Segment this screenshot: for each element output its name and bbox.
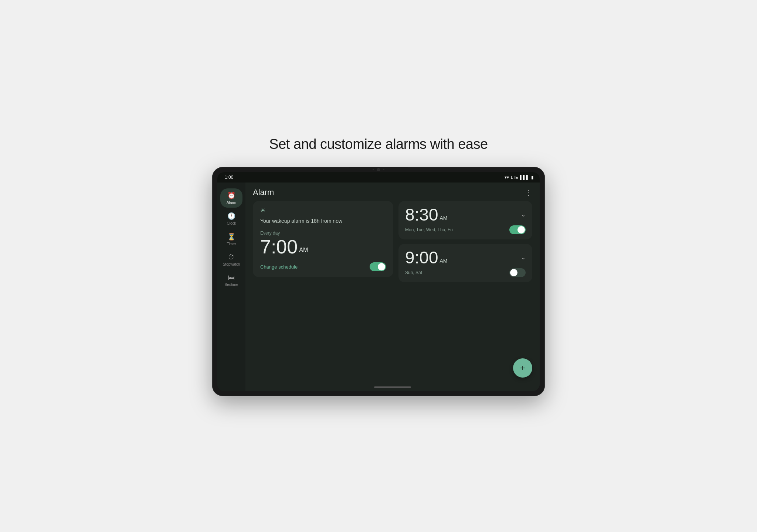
bedtime-nav-label: Bedtime (225, 283, 238, 287)
alarm-2-time-row: 9:00 AM (405, 249, 448, 266)
fab-plus-icon: + (520, 364, 525, 372)
tablet-screen: 1:00 ▾▾ LTE ▌▌▌ ▮ ⏰ Alarm 🕐 Clock (217, 172, 540, 391)
alarm-nav-icon: ⏰ (227, 191, 235, 200)
alarm-2-hour: 9:00 (405, 249, 438, 266)
stopwatch-nav-label: Stopwatch (223, 262, 240, 266)
clock-nav-label: Clock (227, 221, 236, 225)
camera-dot-2 (383, 169, 384, 170)
app-header: Alarm ⋮ (245, 183, 540, 201)
tablet-shell: 1:00 ▾▾ LTE ▌▌▌ ▮ ⏰ Alarm 🕐 Clock (212, 167, 545, 396)
alarm-1-suffix: AM (440, 215, 448, 221)
status-icons: ▾▾ LTE ▌▌▌ ▮ (505, 175, 534, 180)
sidebar-item-stopwatch[interactable]: ⏱ Stopwatch (220, 250, 242, 269)
alarm-1-time-row: 8:30 AM (405, 206, 448, 223)
alarm-1-hour: 8:30 (405, 206, 438, 223)
alarm-2-expand-icon[interactable]: ⌄ (521, 254, 526, 261)
wakeup-toggle[interactable] (370, 262, 386, 271)
status-time: 1:00 (225, 175, 233, 180)
alarm-card-1: 8:30 AM ⌄ Mon, Tue, Wed, Thu, Fri (398, 201, 532, 239)
clock-nav-icon: 🕐 (227, 212, 235, 220)
sidebar-item-clock[interactable]: 🕐 Clock (220, 209, 242, 228)
alarm-2-footer: Sun, Sat (405, 268, 526, 277)
add-alarm-fab[interactable]: + (513, 358, 532, 378)
wakeup-time-row: 7:00 AM (260, 237, 386, 256)
page-headline: Set and customize alarms with ease (269, 136, 488, 152)
camera-dot (373, 169, 374, 170)
change-schedule-button[interactable]: Change schedule (260, 264, 298, 270)
alarm-2-toggle[interactable] (509, 268, 526, 277)
wifi-icon: ▾▾ (505, 175, 509, 180)
home-indicator-bar (245, 383, 540, 391)
left-panel: ☀ Your wakeup alarm is 18h from now Ever… (253, 201, 393, 351)
content-area: ☀ Your wakeup alarm is 18h from now Ever… (245, 201, 540, 358)
fab-area: + (245, 358, 540, 383)
lte-label: LTE (511, 175, 518, 180)
timer-nav-icon: ⏳ (227, 233, 235, 241)
right-panel: 8:30 AM ⌄ Mon, Tue, Wed, Thu, Fri (398, 201, 532, 351)
app-title: Alarm (253, 188, 274, 197)
camera-lens (377, 168, 380, 171)
alarm-2-suffix: AM (440, 258, 448, 264)
status-bar: 1:00 ▾▾ LTE ▌▌▌ ▮ (217, 172, 540, 183)
alarm-1-header: 8:30 AM ⌄ (405, 206, 526, 223)
sidebar-item-bedtime[interactable]: 🛏 Bedtime (220, 271, 242, 290)
home-indicator (374, 386, 411, 388)
alarm-1-expand-icon[interactable]: ⌄ (521, 211, 526, 218)
bedtime-nav-icon: 🛏 (228, 274, 235, 282)
wakeup-schedule-label: Every day (260, 231, 386, 236)
alarm-nav-label: Alarm (227, 201, 236, 205)
main-content: Alarm ⋮ ☀ Your wakeup alarm is 18h from … (245, 183, 540, 391)
tablet-camera-bar (349, 167, 408, 172)
sidebar-item-alarm[interactable]: ⏰ Alarm (220, 188, 242, 208)
alarm-2-header: 9:00 AM ⌄ (405, 249, 526, 266)
alarm-2-days: Sun, Sat (405, 270, 422, 275)
sidebar-item-timer[interactable]: ⏳ Timer (220, 230, 242, 249)
wakeup-time-suffix: AM (299, 247, 308, 253)
wakeup-time-hour: 7:00 (260, 237, 298, 256)
wakeup-card: ☀ Your wakeup alarm is 18h from now Ever… (253, 201, 393, 277)
battery-icon: ▮ (531, 175, 534, 180)
more-menu-button[interactable]: ⋮ (525, 188, 532, 197)
sun-icon: ☀ (260, 207, 386, 214)
app-layout: ⏰ Alarm 🕐 Clock ⏳ Timer ⏱ Stopwatch 🛏 (217, 183, 540, 391)
timer-nav-label: Timer (227, 242, 236, 246)
alarm-1-days: Mon, Tue, Wed, Thu, Fri (405, 227, 453, 232)
wakeup-message: Your wakeup alarm is 18h from now (260, 218, 386, 225)
stopwatch-nav-icon: ⏱ (228, 253, 235, 261)
alarm-card-2: 9:00 AM ⌄ Sun, Sat (398, 244, 532, 282)
signal-icon: ▌▌▌ (520, 175, 529, 180)
alarm-1-footer: Mon, Tue, Wed, Thu, Fri (405, 225, 526, 234)
wakeup-change-row: Change schedule (260, 262, 386, 271)
sidebar: ⏰ Alarm 🕐 Clock ⏳ Timer ⏱ Stopwatch 🛏 (217, 183, 245, 391)
alarm-1-toggle[interactable] (509, 225, 526, 234)
